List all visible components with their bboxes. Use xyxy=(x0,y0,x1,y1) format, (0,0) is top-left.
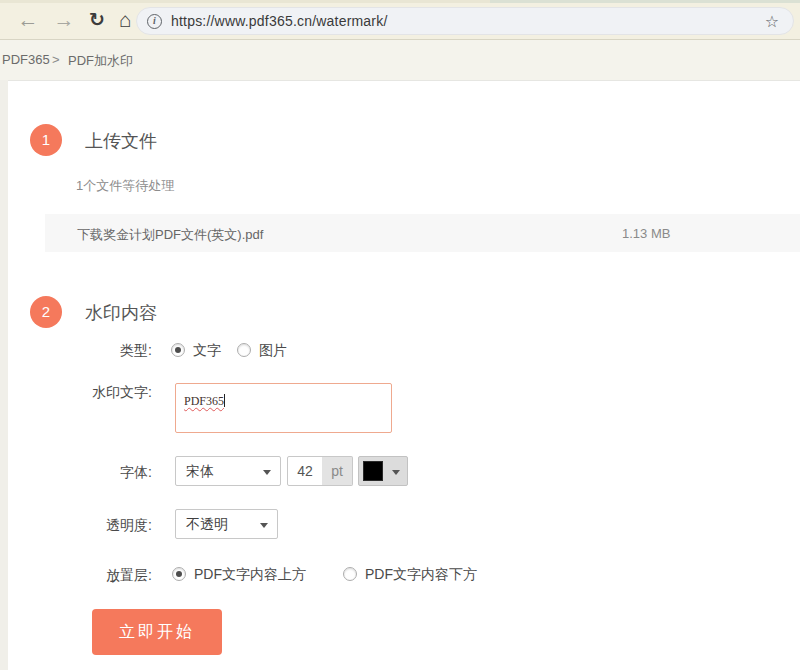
page-gutter xyxy=(0,80,8,670)
font-family-select[interactable]: 宋体 xyxy=(175,456,281,486)
opacity-value: 不透明 xyxy=(186,516,228,534)
breadcrumb-root-link[interactable]: PDF365 xyxy=(2,52,50,67)
type-image-radio-label[interactable]: 图片 xyxy=(259,342,287,360)
bookmark-star-icon[interactable]: ☆ xyxy=(765,12,779,31)
site-info-icon[interactable]: i xyxy=(147,14,162,29)
type-text-radio[interactable] xyxy=(171,343,185,357)
breadcrumb-separator: > xyxy=(52,52,60,67)
file-row[interactable]: 下载奖金计划PDF文件(英文).pdf 1.13 MB xyxy=(45,214,800,252)
refresh-icon[interactable]: ↻ xyxy=(84,3,110,39)
type-text-radio-label[interactable]: 文字 xyxy=(193,342,221,360)
chevron-down-icon xyxy=(260,523,268,528)
layer-below-radio[interactable] xyxy=(343,567,357,581)
opacity-label: 透明度: xyxy=(52,517,152,535)
type-image-radio[interactable] xyxy=(237,343,251,357)
start-now-button[interactable]: 立即开始 xyxy=(92,609,222,655)
font-family-value: 宋体 xyxy=(186,463,214,481)
layer-label: 放置层: xyxy=(52,567,152,585)
watermark-section-title: 水印内容 xyxy=(85,301,157,325)
text-cursor xyxy=(224,394,225,407)
chevron-down-icon xyxy=(263,470,271,475)
font-size-input[interactable]: 42 xyxy=(287,456,323,486)
layer-above-radio-label[interactable]: PDF文字内容上方 xyxy=(194,566,306,584)
browser-toolbar: ← → ↻ ⌂ i https://www.pdf365.cn/watermar… xyxy=(0,3,800,40)
font-size-unit: pt xyxy=(322,456,353,486)
watermark-text-value: PDF365 xyxy=(184,394,224,408)
watermark-text-label: 水印文字: xyxy=(52,384,152,402)
browser-window: ← → ↻ ⌂ i https://www.pdf365.cn/watermar… xyxy=(0,0,800,670)
step-2-badge: 2 xyxy=(30,296,62,328)
step-1-badge: 1 xyxy=(30,124,62,156)
breadcrumb-current: PDF加水印 xyxy=(68,52,133,70)
layer-above-radio[interactable] xyxy=(172,567,186,581)
upload-section-title: 上传文件 xyxy=(85,129,157,153)
forward-icon[interactable]: → xyxy=(50,3,78,39)
back-icon[interactable]: ← xyxy=(14,3,42,39)
watermark-text-input[interactable]: PDF365 xyxy=(175,383,392,433)
watermark-tool-panel: 1 上传文件 1个文件等待处理 下载奖金计划PDF文件(英文).pdf 1.13… xyxy=(8,80,800,670)
layer-below-radio-label[interactable]: PDF文字内容下方 xyxy=(365,566,477,584)
file-name: 下载奖金计划PDF文件(英文).pdf xyxy=(77,226,263,244)
opacity-select[interactable]: 不透明 xyxy=(175,509,278,539)
address-bar[interactable]: i https://www.pdf365.cn/watermark/ ☆ xyxy=(136,7,794,35)
type-label: 类型: xyxy=(52,342,152,360)
home-icon[interactable]: ⌂ xyxy=(112,3,138,39)
upload-status-text: 1个文件等待处理 xyxy=(76,177,174,195)
file-size: 1.13 MB xyxy=(622,226,670,241)
chevron-down-icon xyxy=(392,470,400,475)
breadcrumb: PDF365 > PDF加水印 xyxy=(0,40,800,80)
color-swatch xyxy=(363,461,383,481)
font-color-picker[interactable] xyxy=(358,456,408,486)
url-text[interactable]: https://www.pdf365.cn/watermark/ xyxy=(171,13,388,29)
font-label: 字体: xyxy=(52,464,152,482)
